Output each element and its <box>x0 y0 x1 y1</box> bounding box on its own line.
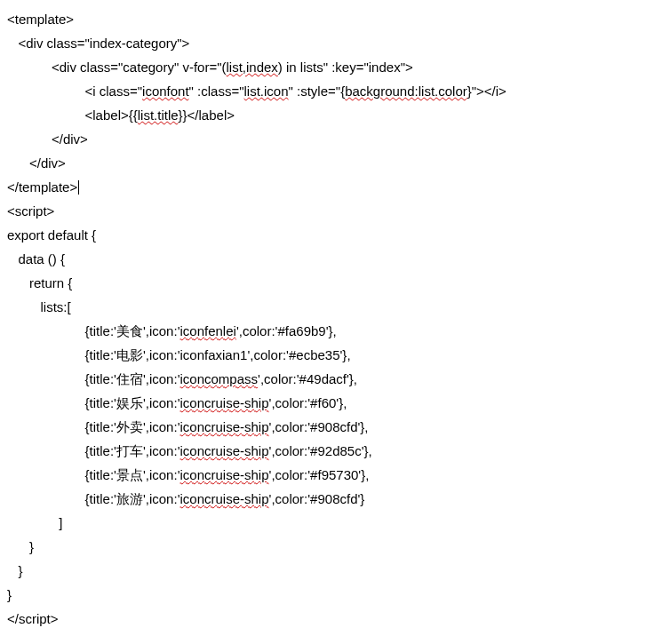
list-item-5c: ',color:'#908cfd'}, <box>269 419 369 434</box>
list-item-5a: {title:'外卖',icon:' <box>85 419 180 434</box>
code-line-8: </template> <box>7 179 77 195</box>
code-line-23: } <box>7 539 34 554</box>
code-line-24: } <box>7 563 23 578</box>
squiggle-text: iconcruise-ship <box>180 395 269 410</box>
list-item-7a: {title:'景点',icon:' <box>85 467 180 482</box>
code-line-5a: <label>{{ <box>7 107 138 123</box>
code-line-11: data () { <box>7 251 65 266</box>
list-item-8c: ',color:'#908cfd'} <box>269 491 365 506</box>
code-line-3c: ) in lists" :key="index"> <box>278 60 413 75</box>
list-item-6a: {title:'打车',icon:' <box>85 443 180 458</box>
indent <box>7 347 85 362</box>
indent <box>7 323 85 338</box>
code-line-26c: > <box>51 611 59 626</box>
indent <box>7 371 85 386</box>
indent <box>7 491 85 506</box>
squiggle-text: iconfont <box>142 83 189 99</box>
code-line-1: <template> <box>7 12 74 27</box>
code-line-3a: <div class="category" v-for="( <box>7 60 226 75</box>
squiggle-text: iconcompass <box>180 371 259 386</box>
code-line-4c: " :class=" <box>189 83 244 99</box>
squiggle-text: iconcruise-ship <box>180 443 269 458</box>
squiggle-text: background:list.color <box>345 83 467 99</box>
code-line-26a: </ <box>7 611 19 626</box>
list-item-8a: {title:'旅游',icon:' <box>85 491 180 506</box>
code-line-22: ] <box>7 515 63 530</box>
squiggle-text: iconcruise-ship <box>180 491 269 506</box>
squiggle-text: iconfenlei <box>180 323 236 338</box>
list-item-3c: ',color:'#49dacf'}, <box>258 371 357 386</box>
code-line-5c: }}</label> <box>179 107 235 123</box>
code-line-4g: }"></i> <box>467 83 506 99</box>
squiggle-text: list.icon <box>244 83 289 99</box>
code-line-4e: " :style="{ <box>289 83 346 99</box>
code-content: <template> <div class="index-category"> … <box>7 7 639 631</box>
list-item-4a: {title:'娱乐',icon:' <box>85 395 180 410</box>
squiggle-text: iconcruise-ship <box>180 467 269 482</box>
list-item-7c: ',color:'#f95730'}, <box>269 467 370 482</box>
list-item-1c: ',color:'#fa69b9'}, <box>236 323 337 338</box>
list-item-3a: {title:'住宿',icon:' <box>85 371 180 386</box>
code-line-13: lists:[ <box>7 299 71 314</box>
code-line-4a: <i class=" <box>7 83 142 99</box>
list-item-2: {title:'电影',icon:'iconfaxian1',color:'#e… <box>85 347 351 362</box>
squiggle-text: iconcruise-ship <box>180 419 269 434</box>
code-line-6: </div> <box>7 131 88 147</box>
list-item-1a: {title:'美食',icon:' <box>85 323 180 338</box>
indent <box>7 419 85 434</box>
list-item-6c: ',color:'#92d85c'}, <box>269 443 372 458</box>
code-line-26b: script <box>19 611 51 626</box>
indent <box>7 395 85 410</box>
code-line-9: <script> <box>7 203 54 219</box>
code-line-7: </div> <box>7 155 66 171</box>
code-line-2: <div class="index-category"> <box>7 36 189 51</box>
squiggle-text: list,index <box>226 60 277 75</box>
code-line-12: return { <box>7 275 72 290</box>
list-item-4c: ',color:'#f60'}, <box>269 395 347 410</box>
indent <box>7 443 85 458</box>
code-line-25: } <box>7 587 12 602</box>
text-cursor <box>78 180 79 195</box>
indent <box>7 467 85 482</box>
code-line-10: export default { <box>7 227 96 242</box>
squiggle-text: list.title <box>138 107 179 123</box>
